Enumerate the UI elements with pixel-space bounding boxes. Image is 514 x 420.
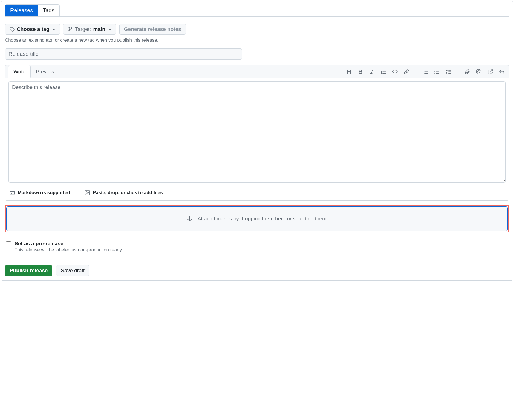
- prerelease-row: Set as a pre-release This release will b…: [5, 241, 509, 253]
- save-draft-button[interactable]: Save draft: [56, 265, 89, 276]
- attach-zone-highlight: Attach binaries by dropping them here or…: [5, 205, 509, 232]
- prerelease-title: Set as a pre-release: [15, 241, 122, 247]
- cross-reference-icon[interactable]: [487, 69, 493, 74]
- target-branch-button[interactable]: Target: main: [63, 24, 116, 35]
- controls-row: Choose a tag Target: main Generate relea…: [5, 24, 509, 35]
- action-row: Publish release Save draft: [5, 265, 509, 276]
- tasklist-icon[interactable]: [446, 69, 451, 74]
- bold-icon[interactable]: [358, 69, 363, 74]
- image-icon: [85, 190, 90, 195]
- paste-files-link[interactable]: Paste, drop, or click to add files: [85, 190, 163, 195]
- reply-icon[interactable]: [499, 69, 504, 74]
- link-icon[interactable]: [404, 69, 409, 74]
- prerelease-desc: This release will be labeled as non-prod…: [15, 247, 122, 253]
- choose-tag-button[interactable]: Choose a tag: [5, 24, 60, 35]
- choose-tag-label: Choose a tag: [17, 26, 49, 32]
- generate-notes-button[interactable]: Generate release notes: [119, 24, 186, 35]
- markdown-supported-link[interactable]: Markdown is supported: [10, 190, 70, 195]
- markdown-toolbar: [346, 69, 506, 75]
- markdown-icon: [10, 190, 15, 195]
- tab-releases[interactable]: Releases: [5, 5, 38, 16]
- code-icon[interactable]: [392, 69, 398, 74]
- branch-icon: [68, 27, 73, 32]
- tag-icon: [10, 27, 15, 32]
- tag-help-text: Choose an existing tag, or create a new …: [5, 38, 509, 43]
- release-title-input[interactable]: [5, 48, 242, 60]
- mention-icon[interactable]: [476, 69, 481, 74]
- divider: [5, 260, 509, 260]
- unordered-list-icon[interactable]: [434, 69, 440, 74]
- editor-card: Write Preview: [5, 65, 509, 201]
- prerelease-checkbox[interactable]: [6, 241, 11, 246]
- caret-down-icon: [53, 29, 55, 30]
- release-form-panel: Releases Tags Choose a tag Target: main …: [1, 1, 513, 281]
- publish-release-button[interactable]: Publish release: [5, 265, 52, 276]
- target-label: Target:: [75, 26, 91, 32]
- tab-nav: Releases Tags: [5, 4, 509, 17]
- quote-icon[interactable]: [381, 69, 386, 74]
- attach-binaries-zone[interactable]: Attach binaries by dropping them here or…: [6, 206, 508, 231]
- paste-files-label: Paste, drop, or click to add files: [93, 190, 163, 195]
- arrow-down-icon: [186, 215, 193, 222]
- release-description-textarea[interactable]: [8, 81, 506, 183]
- caret-down-icon: [109, 29, 111, 30]
- markdown-supported-label: Markdown is supported: [18, 190, 70, 195]
- ordered-list-icon[interactable]: [423, 69, 428, 74]
- italic-icon[interactable]: [369, 69, 375, 74]
- target-value: main: [93, 26, 105, 32]
- attach-icon[interactable]: [464, 69, 470, 74]
- tab-tags[interactable]: Tags: [38, 5, 59, 16]
- heading-icon[interactable]: [346, 69, 352, 74]
- attach-binaries-label: Attach binaries by dropping them here or…: [198, 216, 328, 222]
- editor-tab-preview[interactable]: Preview: [31, 65, 60, 78]
- editor-tab-write[interactable]: Write: [8, 65, 31, 78]
